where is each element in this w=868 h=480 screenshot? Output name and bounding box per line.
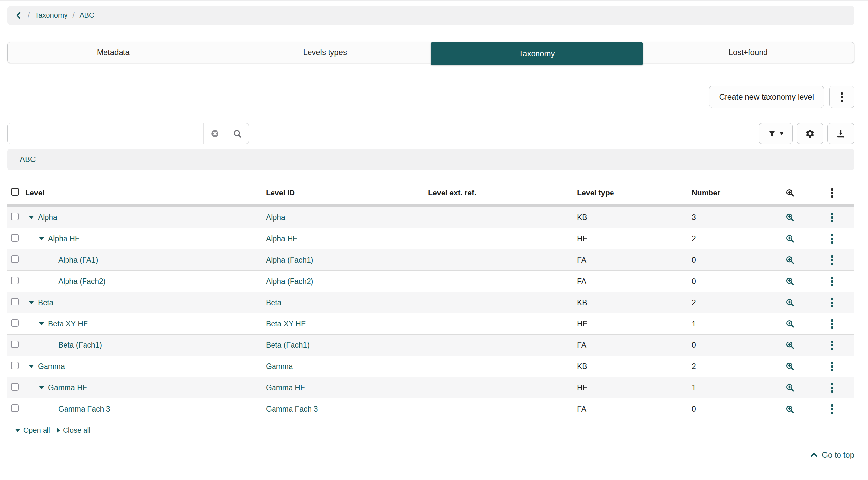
breadcrumb-item-abc[interactable]: ABC (80, 11, 94, 20)
row-zoom-button[interactable] (785, 255, 795, 265)
row-checkbox[interactable] (11, 404, 19, 412)
level-id-link[interactable]: Alpha (266, 213, 285, 222)
level-link[interactable]: Gamma HF (48, 383, 87, 392)
chevron-up-icon (809, 451, 818, 460)
level-link[interactable]: Beta (Fach1) (58, 341, 102, 350)
level-link[interactable]: Alpha (FA1) (58, 256, 98, 264)
level-id-link[interactable]: Alpha HF (266, 234, 298, 243)
tree-controls: Open all Close all (7, 424, 854, 437)
row-checkbox[interactable] (11, 319, 19, 327)
row-checkbox[interactable] (11, 234, 19, 242)
filter-button[interactable] (758, 123, 793, 144)
table-row[interactable]: Gamma Gamma KB 2 (7, 356, 854, 377)
table-row[interactable]: Beta XY HF Beta XY HF HF 1 (7, 313, 854, 334)
table-row[interactable]: Alpha (Fach2) Alpha (Fach2) FA 0 (7, 271, 854, 292)
taxonomy-page: / Taxonomy / ABC MetadataLevels typesTax… (0, 0, 868, 480)
kebab-icon (831, 383, 833, 392)
table-menu-button[interactable] (831, 188, 833, 198)
level-id-link[interactable]: Alpha (Fach2) (266, 277, 313, 286)
row-checkbox[interactable] (11, 362, 19, 369)
caret-down-icon[interactable] (39, 237, 44, 240)
more-actions-button[interactable] (829, 86, 854, 108)
level-type-cell: KB (577, 213, 692, 222)
tab-levels-types[interactable]: Levels types (219, 42, 431, 63)
kebab-icon (831, 319, 833, 329)
clear-search-button[interactable] (204, 123, 226, 144)
download-icon (836, 129, 846, 138)
tab-metadata[interactable]: Metadata (7, 42, 219, 63)
table-zoom-button[interactable] (785, 188, 795, 198)
download-button[interactable] (827, 123, 854, 144)
search-button[interactable] (226, 123, 249, 144)
breadcrumb-item-taxonomy[interactable]: Taxonomy (35, 11, 67, 20)
table-row[interactable]: Alpha HF Alpha HF HF 2 (7, 228, 854, 250)
open-all-link[interactable]: Open all (15, 426, 50, 435)
level-id-link[interactable]: Alpha (Fach1) (266, 256, 313, 264)
row-menu-button[interactable] (831, 319, 833, 329)
row-checkbox[interactable] (11, 213, 19, 220)
row-checkbox[interactable] (11, 383, 19, 391)
row-menu-button[interactable] (831, 362, 833, 371)
row-zoom-button[interactable] (785, 234, 795, 244)
level-link[interactable]: Beta XY HF (48, 320, 88, 328)
go-to-top-link[interactable]: Go to top (7, 451, 854, 460)
table-row[interactable]: Alpha Alpha KB 3 (7, 207, 854, 228)
settings-button[interactable] (797, 123, 824, 144)
row-menu-button[interactable] (831, 234, 833, 244)
row-zoom-button[interactable] (785, 340, 795, 350)
level-id-link[interactable]: Gamma (266, 362, 293, 371)
search-input[interactable] (7, 123, 204, 144)
row-checkbox[interactable] (11, 277, 19, 284)
row-zoom-button[interactable] (785, 319, 795, 329)
tab-lost-found[interactable]: Lost+found (643, 42, 854, 63)
level-id-link[interactable]: Beta XY HF (266, 320, 306, 328)
level-id-link[interactable]: Gamma Fach 3 (266, 405, 318, 413)
row-checkbox[interactable] (11, 255, 19, 263)
row-menu-button[interactable] (831, 255, 833, 265)
level-link[interactable]: Beta (38, 298, 53, 307)
level-id-link[interactable]: Gamma HF (266, 383, 305, 392)
level-link[interactable]: Gamma Fach 3 (58, 405, 111, 414)
level-link[interactable]: Gamma (38, 362, 65, 371)
level-link[interactable]: Alpha (38, 213, 57, 222)
caret-down-icon[interactable] (39, 322, 44, 325)
close-all-link[interactable]: Close all (57, 426, 90, 435)
row-menu-button[interactable] (831, 213, 833, 222)
row-checkbox[interactable] (11, 298, 19, 306)
caret-down-icon[interactable] (29, 365, 34, 368)
number-cell: 0 (692, 256, 770, 264)
row-zoom-button[interactable] (785, 276, 795, 286)
table-row[interactable]: Beta Beta KB 2 (7, 292, 854, 313)
row-zoom-button[interactable] (785, 213, 795, 222)
row-menu-button[interactable] (831, 404, 833, 414)
kebab-icon (831, 341, 833, 350)
level-type-cell: FA (577, 277, 692, 286)
create-taxonomy-level-button[interactable]: Create new taxonomy level (709, 86, 824, 108)
gear-icon (805, 129, 815, 138)
row-zoom-button[interactable] (785, 361, 795, 371)
level-link[interactable]: Alpha (Fach2) (58, 277, 105, 286)
table-row[interactable]: Gamma Fach 3 Gamma Fach 3 FA 0 (7, 398, 854, 420)
level-id-link[interactable]: Beta (266, 298, 281, 307)
table-row[interactable]: Gamma HF Gamma HF HF 1 (7, 377, 854, 398)
row-zoom-button[interactable] (785, 298, 795, 308)
row-menu-button[interactable] (831, 383, 833, 392)
table-row[interactable]: Alpha (FA1) Alpha (Fach1) FA 0 (7, 250, 854, 271)
select-all-checkbox[interactable] (11, 188, 19, 196)
caret-down-icon[interactable] (29, 216, 34, 219)
number-cell: 0 (692, 341, 770, 350)
row-zoom-button[interactable] (785, 404, 795, 414)
row-menu-button[interactable] (831, 277, 833, 286)
row-checkbox[interactable] (11, 341, 19, 348)
caret-down-icon[interactable] (29, 301, 34, 304)
back-button[interactable] (14, 11, 23, 20)
level-link[interactable]: Alpha HF (48, 234, 80, 243)
caret-down-icon[interactable] (39, 386, 44, 389)
tab-taxonomy[interactable]: Taxonomy (431, 42, 643, 65)
level-id-link[interactable]: Beta (Fach1) (266, 341, 310, 349)
section-title: ABC (20, 155, 36, 164)
row-menu-button[interactable] (831, 298, 833, 308)
table-row[interactable]: Beta (Fach1) Beta (Fach1) FA 0 (7, 334, 854, 356)
row-zoom-button[interactable] (785, 383, 795, 392)
row-menu-button[interactable] (831, 341, 833, 350)
